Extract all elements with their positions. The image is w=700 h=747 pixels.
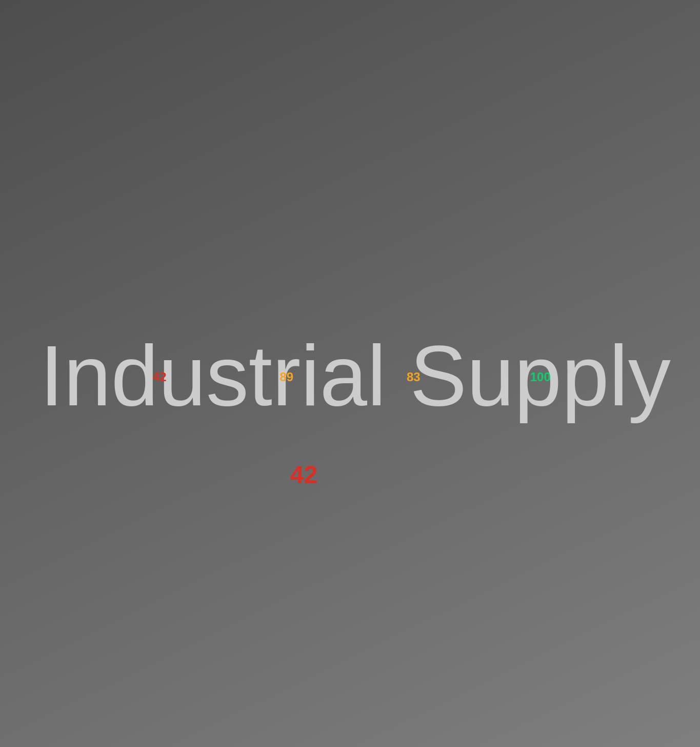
svg-rect-18: [517, 434, 591, 562]
diagnose-card: 42 Performance 89 Accessibility: [89, 333, 612, 589]
screenshot-hero: Industrial Supply: [517, 445, 591, 481]
score-value-accessibility: 89: [279, 370, 293, 384]
score-value-best-practices: 83: [407, 370, 421, 384]
perf-screenshot: ≡ STROBELS 🛒: [517, 434, 599, 577]
perf-detail-section: 42 Performance Values are estimated and …: [102, 421, 599, 577]
score-value-performance: 42: [153, 370, 167, 384]
big-score-number: 42: [290, 461, 317, 489]
screenshot-frame: ≡ STROBELS 🛒: [517, 434, 591, 562]
score-value-seo: 100: [530, 370, 551, 384]
